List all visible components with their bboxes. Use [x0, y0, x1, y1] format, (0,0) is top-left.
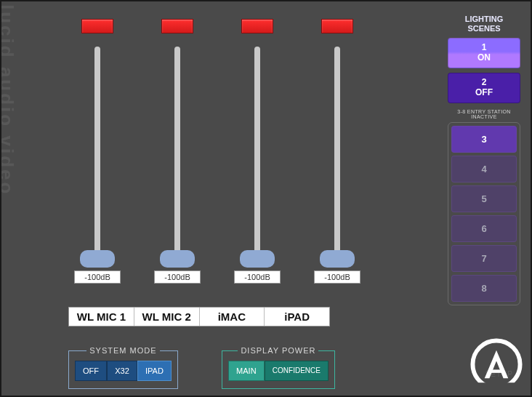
brand-logo-icon [469, 337, 523, 391]
scene-3-button[interactable]: 3 [451, 126, 517, 153]
scene-7-button[interactable]: 7 [451, 245, 517, 272]
scene-2-off-button[interactable]: 2 OFF [448, 73, 520, 103]
scene-8-button[interactable]: 8 [451, 275, 517, 302]
lighting-scenes-panel: LIGHTING SCENES 1 ON 2 OFF 3-8 ENTRY STA… [448, 15, 520, 305]
display-confidence-button[interactable]: CONFIDENCE [265, 361, 329, 381]
fader-knob[interactable] [160, 250, 195, 268]
scene-label: OFF [475, 87, 493, 97]
system-mode-legend: SYSTEM MODE [86, 346, 159, 355]
fader-track[interactable] [254, 47, 260, 265]
channel-label: iPAD [265, 308, 329, 326]
fader-track[interactable] [174, 47, 180, 265]
display-power-group: DISPLAY POWER MAIN CONFIDENCE [222, 346, 335, 389]
title-line: LIGHTING [465, 15, 504, 23]
channel-1: -100dB [73, 19, 122, 284]
bottom-controls: SYSTEM MODE OFF X32 IPAD DISPLAY POWER M… [68, 346, 335, 389]
fader-knob[interactable] [240, 250, 275, 268]
system-mode-x32-button[interactable]: X32 [107, 361, 137, 381]
scene-4-button[interactable]: 4 [451, 156, 517, 183]
scene-label: ON [477, 52, 491, 63]
scene-1-on-button[interactable]: 1 ON [448, 38, 520, 68]
brand-watermark: lucid audio video [0, 1, 17, 397]
channel-2: -100dB [153, 19, 202, 284]
display-main-button[interactable]: MAIN [228, 361, 265, 381]
db-readout: -100dB [234, 270, 281, 284]
lighting-scenes-title: LIGHTING SCENES [448, 15, 520, 33]
mute-indicator[interactable] [161, 19, 193, 33]
channel-label: WL MIC 1 [69, 308, 134, 326]
scenes-inactive-note: 3-8 ENTRY STATION INACTIVE [448, 109, 520, 119]
svg-rect-2 [491, 369, 502, 372]
channel-labels: WL MIC 1 WL MIC 2 iMAC iPAD [68, 307, 330, 326]
scenes-inactive-group: 3 4 5 6 7 8 [448, 122, 520, 305]
mute-indicator[interactable] [241, 19, 273, 33]
channel-label: iMAC [200, 308, 265, 326]
mute-indicator[interactable] [81, 19, 113, 33]
db-readout: -100dB [154, 270, 201, 284]
system-mode-off-button[interactable]: OFF [75, 361, 107, 381]
fader-knob[interactable] [320, 250, 355, 268]
fader-track[interactable] [94, 47, 100, 265]
scene-6-button[interactable]: 6 [451, 215, 517, 242]
fader-track[interactable] [334, 47, 340, 265]
mute-indicator[interactable] [321, 19, 353, 33]
svg-point-1 [472, 340, 520, 388]
scene-5-button[interactable]: 5 [451, 185, 517, 212]
system-mode-group: SYSTEM MODE OFF X32 IPAD [68, 346, 178, 389]
db-readout: -100dB [74, 270, 121, 284]
channel-label: WL MIC 2 [134, 308, 200, 326]
channel-3: -100dB [233, 19, 282, 284]
channel-4: -100dB [313, 19, 362, 284]
mixer-channels: -100dB -100dB -100dB -100dB [73, 19, 362, 284]
system-mode-ipad-button[interactable]: IPAD [137, 361, 172, 381]
scene-number: 1 [482, 42, 487, 52]
scene-number: 2 [482, 77, 487, 87]
display-power-legend: DISPLAY POWER [238, 346, 318, 355]
db-readout: -100dB [314, 270, 360, 284]
fader-knob[interactable] [80, 250, 115, 268]
title-line: SCENES [467, 24, 500, 33]
